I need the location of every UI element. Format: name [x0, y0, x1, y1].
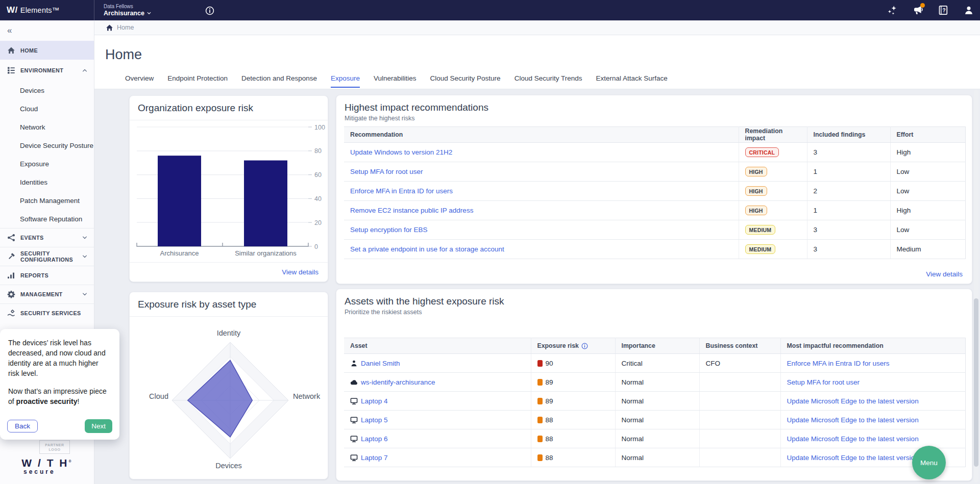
card-title: Exposure risk by asset type: [130, 292, 328, 317]
device-icon: [350, 454, 358, 462]
asset-link[interactable]: Daniel Smith: [361, 360, 400, 367]
radar-axis-devices: Devices: [130, 462, 328, 470]
tab-detection-and-response[interactable]: Detection and Response: [241, 74, 317, 88]
sidebar-nav: HOMEENVIRONMENTDevicesCloudNetworkDevice…: [0, 41, 94, 322]
svg-text:100: 100: [314, 124, 325, 131]
column-header-importance[interactable]: Importance: [615, 338, 699, 354]
column-header-included-findings[interactable]: Included findings: [807, 127, 890, 143]
sidebar-item-identities[interactable]: Identities: [0, 173, 94, 191]
sidebar-item-network[interactable]: Network: [0, 118, 94, 136]
view-details-link[interactable]: View details: [926, 270, 963, 278]
included-findings-cell: 1: [807, 201, 890, 220]
chevron-down-icon: [82, 235, 88, 241]
column-header-asset[interactable]: Asset: [344, 338, 531, 354]
sidebar-item-home[interactable]: HOME: [0, 41, 94, 60]
sidebar-item-label: EVENTS: [20, 235, 44, 241]
sidebar-item-environment[interactable]: ENVIRONMENT: [0, 60, 94, 81]
chevron-down-icon: [146, 11, 152, 16]
asset-link[interactable]: ws-identify-archisurance: [361, 378, 435, 386]
column-header-effort[interactable]: Effort: [890, 127, 965, 143]
business-context-cell: [699, 373, 780, 392]
configurations-icon: [7, 252, 15, 261]
recommendation-link[interactable]: Setup encryption for EBS: [350, 226, 428, 234]
menu-fab-button[interactable]: Menu: [912, 446, 946, 479]
tab-external-attack-surface[interactable]: External Attack Surface: [596, 74, 667, 88]
risk-color-square: [537, 417, 543, 423]
chevron-down-icon: [82, 291, 88, 297]
svg-text:Archisurance: Archisurance: [160, 249, 199, 257]
user-icon: [350, 360, 358, 367]
bar-similar-organizations: [244, 161, 287, 246]
effort-cell: Medium: [890, 240, 965, 259]
business-context-cell: [699, 411, 780, 429]
sidebar-item-security-services[interactable]: SECURITY SERVICES: [0, 303, 94, 322]
ai-sparkles-icon[interactable]: [887, 5, 897, 15]
top-bar: W/ Elements™ Data Fellows Archisurance: [0, 0, 980, 20]
announcements-icon[interactable]: [913, 5, 923, 15]
sidebar-item-device-security-posture[interactable]: Device Security Posture: [0, 136, 94, 155]
risk-color-square: [537, 379, 543, 386]
tab-cloud-security-posture[interactable]: Cloud Security Posture: [430, 74, 501, 88]
recommendation-link[interactable]: Update Microsoft Edge to the latest vers…: [787, 397, 919, 405]
info-icon[interactable]: [205, 6, 214, 15]
help-icon[interactable]: [938, 5, 948, 15]
sidebar-item-label: ENVIRONMENT: [20, 67, 63, 73]
asset-link[interactable]: Laptop 6: [361, 435, 388, 443]
risk-color-square: [537, 454, 543, 461]
recommendation-link[interactable]: Setup MFA for root user: [787, 378, 860, 386]
sidebar-item-security-configurations[interactable]: SECURITY CONFIGURATIONS: [0, 247, 94, 266]
table-row: Laptop 788NormalUpdate Microsoft Edge to…: [344, 448, 965, 467]
column-header-most-impactful-recommendation[interactable]: Most impactful recommendation: [780, 338, 965, 354]
impact-badge: MEDIUM: [745, 244, 776, 254]
sidebar-collapse-button[interactable]: «: [0, 20, 94, 41]
org-name-label: Archisurance: [104, 10, 144, 17]
column-header-exposure-risk[interactable]: Exposure risk: [531, 338, 615, 354]
recommendation-link[interactable]: Set a private endpoint in use for a stor…: [350, 245, 504, 253]
back-button[interactable]: Back: [7, 420, 38, 432]
sidebar-item-patch-management[interactable]: Patch Management: [0, 191, 94, 210]
view-details-link[interactable]: View details: [282, 268, 318, 276]
column-header-business-context[interactable]: Business context: [699, 338, 780, 354]
table-row: Laptop 588NormalUpdate Microsoft Edge to…: [344, 411, 965, 429]
card-title: Assets with the highest exposure risk: [336, 289, 972, 307]
next-button[interactable]: Next: [85, 419, 112, 433]
sidebar-item-cloud[interactable]: Cloud: [0, 99, 94, 118]
tab-endpoint-protection[interactable]: Endpoint Protection: [167, 74, 228, 88]
sidebar-item-exposure[interactable]: Exposure: [0, 155, 94, 173]
effort-cell: Low: [890, 162, 965, 182]
recommendation-link[interactable]: Update Windows to version 21H2: [350, 148, 452, 156]
asset-link[interactable]: Laptop 5: [361, 416, 388, 424]
organization-selector[interactable]: Data Fellows Archisurance: [104, 4, 152, 17]
recommendation-link[interactable]: Update Microsoft Edge to the latest vers…: [787, 435, 919, 443]
tooltip-paragraph: The devices’ risk level has decreased, a…: [8, 338, 111, 379]
tab-vulnerabilities[interactable]: Vulnerabilities: [374, 74, 416, 88]
asset-link[interactable]: Laptop 4: [361, 397, 388, 405]
breadcrumb-home[interactable]: Home: [117, 24, 134, 31]
sidebar-item-management[interactable]: MANAGEMENT: [0, 285, 94, 303]
asset-link[interactable]: Laptop 7: [361, 454, 388, 462]
recommendation-link[interactable]: Enforce MFA in Entra ID for users: [350, 187, 453, 195]
account-icon[interactable]: [964, 5, 974, 15]
sidebar-item-reports[interactable]: REPORTS: [0, 266, 94, 285]
tab-overview[interactable]: Overview: [125, 74, 154, 88]
recommendation-link[interactable]: Update Microsoft Edge to the latest vers…: [787, 454, 919, 462]
sidebar-item-devices[interactable]: Devices: [0, 81, 94, 99]
recommendation-link[interactable]: Update Microsoft Edge to the latest vers…: [787, 416, 919, 424]
scrollbar-thumb[interactable]: [974, 298, 978, 467]
recommendation-link[interactable]: Setup MFA for root user: [350, 168, 423, 175]
sidebar-item-events[interactable]: EVENTS: [0, 228, 94, 247]
tab-cloud-security-trends[interactable]: Cloud Security Trends: [514, 74, 582, 88]
org-group-label: Data Fellows: [104, 4, 152, 10]
app-logo[interactable]: W/ Elements™: [0, 0, 94, 20]
column-header-recommendation[interactable]: Recommendation: [344, 127, 739, 143]
sidebar-item-software-reputation[interactable]: Software Reputation: [0, 210, 94, 228]
tab-exposure[interactable]: Exposure: [331, 74, 360, 88]
importance-cell: Normal: [615, 448, 699, 467]
recommendation-link[interactable]: Remove EC2 instance public IP address: [350, 207, 473, 214]
importance-cell: Normal: [615, 411, 699, 429]
included-findings-cell: 2: [807, 182, 890, 201]
recommendation-link[interactable]: Enforce MFA in Entra ID for users: [787, 360, 890, 367]
sidebar-item-label: REPORTS: [20, 272, 48, 278]
sidebar-item-label: SECURITY SERVICES: [20, 310, 81, 316]
column-header-remediation-impact[interactable]: Remediation impact: [739, 127, 807, 143]
